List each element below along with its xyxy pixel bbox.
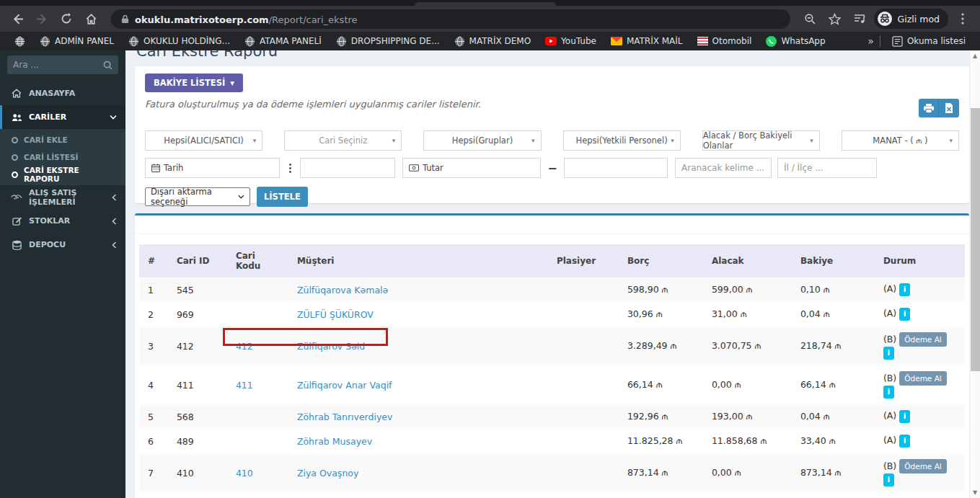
date-start-input[interactable]: [189, 159, 279, 177]
bookmark-matrix-demo[interactable]: MATRİX DEMO: [449, 35, 537, 48]
musteri-link[interactable]: Zöhrab Tanrıverdiyev: [297, 412, 393, 422]
select-para-birimi[interactable]: MANAT - ( ₼ )▾: [842, 130, 959, 151]
listele-button[interactable]: LİSTELE: [257, 187, 308, 207]
excel-export-button[interactable]: [939, 99, 959, 117]
amount-min-input[interactable]: [449, 159, 540, 177]
select-alici-satici[interactable]: Hepsi(ALICI/SATICI)▾: [145, 130, 262, 151]
minus-icon: −: [547, 161, 557, 175]
sidebar-item-cari-ekle[interactable]: CARİ EKLE: [0, 131, 125, 148]
info-button[interactable]: i: [883, 386, 894, 399]
cari-kodu-link[interactable]: 410: [236, 468, 253, 479]
musteri-cell: Zülfiqarov Səid: [288, 326, 548, 365]
scroll-up-arrow-icon[interactable]: ▲: [970, 50, 980, 61]
search-icon[interactable]: [103, 61, 112, 70]
active-tab[interactable]: [415, 2, 556, 6]
select-yetkili-personel[interactable]: Hepsi(Yetkili Personel)▾: [563, 130, 681, 151]
borc-cell: 0,00 ₼: [619, 492, 703, 498]
bookmark-item[interactable]: [9, 35, 31, 48]
col-cari-kodu: Cari Kodu: [227, 244, 288, 277]
circle-icon: [12, 154, 18, 161]
chevron-down-icon: [110, 115, 117, 120]
media-controls-button[interactable]: [849, 9, 870, 29]
globe-icon: [40, 36, 50, 47]
bookmark-okuklu-holding[interactable]: OKUKLU HOLDİNG...: [123, 35, 236, 48]
reading-list-button[interactable]: Okuma listesi: [886, 35, 971, 48]
amount-max-input[interactable]: [564, 158, 668, 178]
amount-min-group: Tutar: [402, 158, 541, 178]
select-gruplar[interactable]: Hepsi(Gruplar)▾: [423, 130, 541, 151]
select-cari[interactable]: Cari Seçiniz▾: [284, 130, 402, 151]
sidebar-item-cari-listesi[interactable]: CARİ LİSTESİ: [0, 148, 125, 166]
sidebar-item-cari-ekstre-raporu[interactable]: CARİ EKSTRE RAPORU: [0, 166, 125, 183]
filter-input-row: Tarih Tutar −: [145, 158, 959, 178]
musteri-link[interactable]: Zülfüqarova Kəmalə: [297, 285, 388, 295]
scrollbar-thumb[interactable]: [971, 108, 980, 371]
scroll-down-arrow-icon[interactable]: ▼: [970, 487, 980, 498]
info-button[interactable]: i: [899, 435, 910, 448]
page-scrollbar[interactable]: ▲ ▼: [969, 50, 980, 498]
bookmark-dropshipping[interactable]: DROPSHIPPING DE...: [330, 35, 446, 48]
row-no: 3: [139, 326, 168, 365]
info-button[interactable]: i: [899, 283, 910, 296]
bookmark-whatsapp[interactable]: WhatsApp: [760, 35, 831, 48]
forward-button[interactable]: [32, 9, 52, 29]
keyword-input[interactable]: [675, 158, 772, 178]
info-button[interactable]: i: [899, 308, 910, 321]
odeme-al-button[interactable]: Ödeme Al: [899, 459, 947, 473]
export-option-select[interactable]: Dışarı aktarma seçeneği: [145, 187, 250, 206]
home-button[interactable]: [81, 9, 101, 29]
sidebar-item-anasayfa[interactable]: ANASAYFA: [0, 81, 125, 105]
row-no: 8: [139, 492, 168, 498]
bookmarks-overflow-button[interactable]: »: [868, 35, 874, 47]
musteri-link[interactable]: Ziya Ovaşnoy: [297, 468, 358, 479]
bakiye-cell: 33,40 ₼: [792, 429, 875, 453]
musteri-link[interactable]: ZÜLFÜ ŞÜKÜROV: [297, 309, 374, 320]
musteri-link[interactable]: Zülfiqarov Səid: [297, 341, 365, 352]
odeme-al-button[interactable]: Ödeme Al: [899, 332, 947, 347]
back-button[interactable]: [7, 9, 27, 29]
home-icon: [85, 13, 97, 25]
sidebar-item-alis-satis[interactable]: ALIŞ SATIŞ İŞLEMLERİ: [0, 185, 125, 209]
bookmark-otomobil[interactable]: Otomobil: [692, 35, 758, 48]
city-district-input[interactable]: [777, 158, 877, 178]
bookmark-label: ADMİN PANEL: [55, 36, 114, 46]
bakiye-cell: 0,04 ₼: [792, 302, 875, 326]
select-bakiye-tipi[interactable]: Alacak / Borç Bakiyeli Olanlar▾: [702, 130, 820, 151]
browser-menu-button[interactable]: [953, 9, 973, 29]
cari-id-cell: 489: [168, 429, 227, 453]
info-button[interactable]: i: [883, 347, 894, 360]
durum-flag: (B): [883, 334, 896, 344]
reload-button[interactable]: [56, 9, 76, 29]
cari-kodu-link[interactable]: 411: [236, 380, 253, 391]
sidebar-item-cariler[interactable]: CARİLER: [0, 105, 125, 129]
date-end-input[interactable]: [300, 158, 395, 178]
bakiye-listesi-button[interactable]: BAKİYE LİSTESİ ▾: [145, 74, 243, 92]
info-button[interactable]: i: [883, 473, 894, 486]
caret-down-icon: ▾: [671, 137, 674, 144]
row-no: 6: [139, 429, 168, 453]
bookmark-matrix-mail[interactable]: MATRİX MAİL: [605, 35, 689, 48]
caret-down-icon: ▾: [950, 137, 953, 144]
bookmark-atama-paneli[interactable]: ATAMA PANELİ: [239, 35, 327, 48]
bookmark-admin-panel[interactable]: ADMİN PANEL: [34, 35, 120, 48]
col-borc: Borç: [619, 244, 703, 277]
sidebar-search-input[interactable]: [13, 60, 103, 70]
bookmark-star-button[interactable]: [825, 9, 845, 29]
url-bar[interactable]: okuklu.matrixotoerp.com/Report/cari_ekst…: [111, 9, 790, 29]
info-button[interactable]: i: [899, 410, 910, 423]
cari-id-cell: 411: [168, 365, 227, 404]
sidebar-item-depocu[interactable]: DEPOCU: [0, 233, 125, 257]
zoom-button[interactable]: [800, 9, 821, 29]
musteri-link[interactable]: Zülfiqarov Anar Vaqif: [297, 380, 392, 391]
cari-kodu-link[interactable]: 412: [236, 341, 253, 352]
odeme-al-button[interactable]: Ödeme Al: [899, 371, 947, 386]
print-button[interactable]: [919, 99, 939, 117]
sidebar-item-stoklar[interactable]: STOKLAR: [0, 209, 125, 233]
sidebar-search[interactable]: [7, 55, 118, 74]
bookmark-youtube[interactable]: YouTube: [539, 35, 602, 48]
handshake-icon: [11, 193, 22, 201]
musteri-link[interactable]: Zöhrab Musayev: [297, 436, 372, 447]
zoom-out-icon: [804, 13, 816, 25]
alacak-cell: 298,56 ₼: [703, 492, 792, 498]
date-addon: Tarih: [146, 163, 189, 173]
